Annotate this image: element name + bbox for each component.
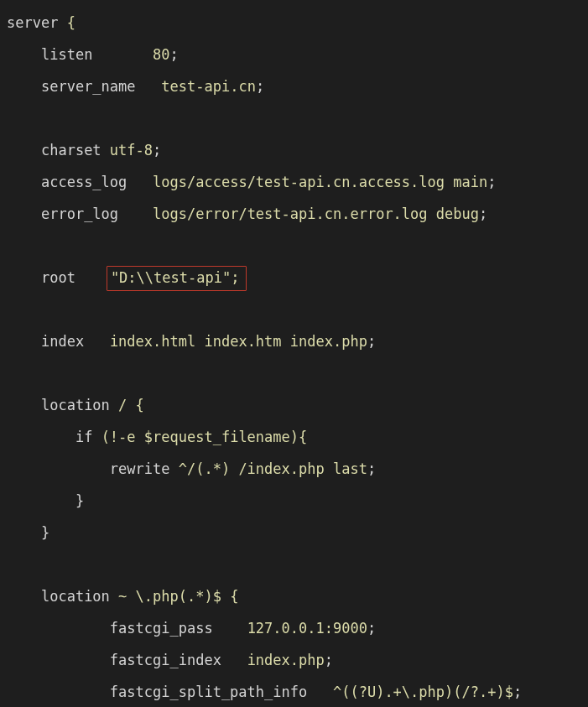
semicolon: ; [170,46,179,63]
brace-open: { [67,14,75,31]
highlighted-root-path: "D:\\test-api"; [107,266,247,291]
pad [84,333,101,350]
pad [118,205,144,222]
brace-close: } [75,492,84,509]
semicolon: ; [256,78,264,95]
directive-rewrite: rewrite [110,460,170,477]
value-charset: utf-8 [110,142,153,159]
pad [221,652,238,668]
directive-fastcgi-pass: fastcgi_pass [110,620,213,637]
value-index: index.html index.htm index.php [110,333,367,350]
value-fastcgi-split-path-info: ^((?U).+\.php)(/?.+)$ [333,684,513,700]
directive-charset: charset [41,142,101,159]
semicolon: ; [325,652,333,668]
semicolon: ; [367,460,376,477]
directive-fastcgi-index: fastcgi_index [110,652,221,668]
value-error-log: logs/error/test-api.cn.error.log debug [153,205,479,222]
value-fastcgi-index: index.php [247,652,325,668]
directive-error-log: error_log [41,205,118,222]
directive-location: location [41,397,110,413]
directive-location-php: location [41,588,110,605]
value-location-php: \.php(.*)$ { [136,588,239,605]
semicolon: ; [367,620,376,637]
pad [307,684,324,700]
value-location-root: / { [118,397,144,413]
location-tilde: ~ [118,588,127,605]
semicolon: ; [513,684,522,700]
nginx-config-snippet: server { listen 80; server_name test-api… [0,0,588,707]
value-rewrite: ^/(.*) /index.php last [179,460,367,477]
semicolon: ; [367,333,376,350]
pad [136,78,153,95]
directive-server-name: server_name [41,78,136,95]
semicolon: ; [153,142,161,159]
directive-access-log: access_log [41,174,127,190]
directive-root: root [41,269,75,286]
directive-if: if [75,429,92,445]
pad [127,174,143,190]
value-server-name: test-api.cn [161,78,256,95]
pad [213,620,239,637]
value-if-condition: (!-e $request_filename){ [101,429,308,445]
pad [75,269,101,286]
brace-close: } [41,524,49,541]
semicolon: ; [487,174,496,190]
semicolon: ; [479,205,487,222]
value-listen: 80 [153,46,169,63]
directive-server: server [7,14,58,31]
value-fastcgi-pass: 127.0.0.1:9000 [247,620,367,637]
value-access-log: logs/access/test-api.cn.access.log main [153,174,487,190]
directive-index: index [41,333,84,350]
directive-fastcgi-split-path-info: fastcgi_split_path_info [110,684,307,700]
directive-listen: listen [41,46,92,63]
pad [92,46,143,63]
